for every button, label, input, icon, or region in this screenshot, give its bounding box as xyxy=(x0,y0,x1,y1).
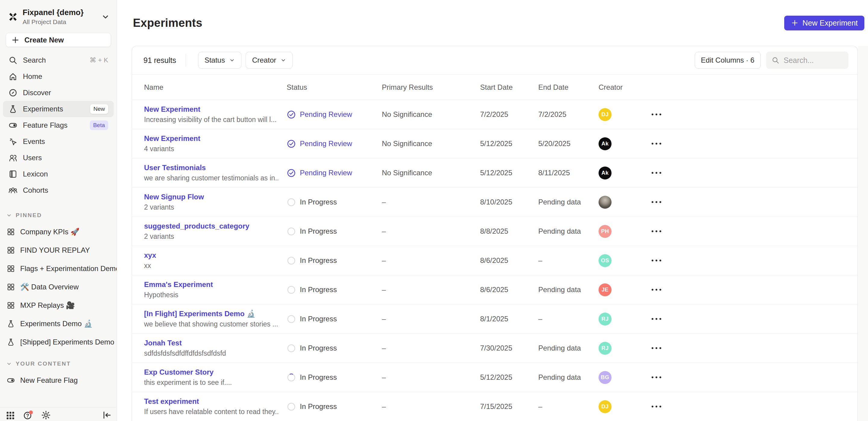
search-input[interactable] xyxy=(784,56,843,65)
experiment-link[interactable]: Test experiment xyxy=(144,397,278,406)
avatar[interactable]: DJ xyxy=(598,108,612,121)
sidebar-item-feature-flags[interactable]: Feature FlagsBeta xyxy=(3,117,114,133)
sidebar-item-experiments-demo[interactable]: Experiments Demo 🔬 xyxy=(0,314,117,333)
avatar[interactable]: BG xyxy=(598,371,612,384)
experiment-link[interactable]: xyx xyxy=(144,251,278,260)
avatar[interactable]: RJ xyxy=(598,313,612,326)
experiment-link[interactable]: User Testimonials xyxy=(144,164,278,172)
dot xyxy=(659,201,661,203)
avatar[interactable]: JE xyxy=(598,283,612,296)
sidebar-item-company-kpis[interactable]: Company KPIs 🚀 xyxy=(0,223,117,241)
row-menu-button[interactable] xyxy=(647,167,858,179)
experiment-description: 2 variants xyxy=(144,232,278,240)
board-icon xyxy=(7,228,15,236)
sidebar-item-experiments[interactable]: ExperimentsNew xyxy=(3,101,114,117)
section-header[interactable]: PINNED xyxy=(0,212,117,219)
experiment-link[interactable]: Jonah Test xyxy=(144,339,278,347)
start-date-cell: 7/15/2025 xyxy=(480,402,538,411)
avatar[interactable]: Ak xyxy=(598,166,612,180)
dot xyxy=(652,230,653,232)
sidebar-item-mxp-replays[interactable]: MXP Replays 🎥 xyxy=(0,296,117,314)
creator-cell: OS xyxy=(598,254,647,267)
dot xyxy=(652,143,653,144)
dot xyxy=(659,318,661,320)
end-date-cell: 8/11/2025 xyxy=(538,169,598,177)
dot xyxy=(652,347,653,349)
experiment-link[interactable]: Emma's Experiment xyxy=(144,280,278,289)
primary-results-cell: No Significance xyxy=(382,110,480,119)
board-icon xyxy=(7,301,15,310)
status-progress-icon xyxy=(287,198,296,207)
sidebar-item-flags-experimentation-demo[interactable]: Flags + Experimentation Demo 🎛️ xyxy=(0,259,117,278)
status-progress-icon xyxy=(287,314,296,324)
avatar[interactable]: RJ xyxy=(598,342,612,355)
sidebar-item-new-feature-flag[interactable]: New Feature Flag xyxy=(0,371,117,389)
experiment-link[interactable]: New Experiment xyxy=(144,134,278,143)
avatar[interactable]: Ak xyxy=(598,137,612,150)
start-date-cell: 8/8/2025 xyxy=(480,227,538,235)
end-date-cell: – xyxy=(538,315,598,323)
column-header-status: Status xyxy=(287,83,382,92)
row-menu-button[interactable] xyxy=(647,196,858,208)
sidebar-item-data-overview[interactable]: 🛠️ Data Overview xyxy=(0,278,117,296)
notification-dot xyxy=(29,411,33,414)
experiment-link[interactable]: New Signup Flow xyxy=(144,193,278,201)
experiment-description: this experiment is to see if.... xyxy=(144,379,278,387)
experiment-link[interactable]: Exp Customer Story xyxy=(144,368,278,377)
status-filter[interactable]: Status xyxy=(198,52,241,69)
sidebar-item-lexicon[interactable]: Lexicon xyxy=(3,166,114,182)
experiment-link[interactable]: suggested_products_category xyxy=(144,222,278,230)
experiment-description: we believe that showing customer stories… xyxy=(144,320,278,328)
avatar[interactable]: PH xyxy=(598,225,612,238)
status-label: In Progress xyxy=(300,344,337,352)
sidebar-item-events[interactable]: Events xyxy=(3,133,114,150)
status-label: In Progress xyxy=(300,402,337,411)
create-new-button[interactable]: Create New xyxy=(6,33,111,47)
row-menu-button[interactable] xyxy=(647,225,858,237)
creator-filter[interactable]: Creator xyxy=(246,52,293,69)
row-menu-button[interactable] xyxy=(647,342,858,354)
workspace-switcher[interactable]: Fixpanel {demo} All Project Data xyxy=(0,0,117,26)
table-header-row: NameStatusPrimary ResultsStart DateEnd D… xyxy=(132,74,858,100)
table-row: Emma's ExperimentHypothesisIn Progress–8… xyxy=(132,275,858,304)
section-header[interactable]: YOUR CONTENT xyxy=(0,360,117,367)
actions-cell xyxy=(647,342,858,354)
settings-gear-icon[interactable] xyxy=(41,410,51,420)
dot xyxy=(655,318,657,320)
status-label: In Progress xyxy=(300,373,337,382)
experiment-link[interactable]: New Experiment xyxy=(144,105,278,114)
help-icon[interactable]: ? xyxy=(23,410,33,420)
experiment-link[interactable]: [In Flight] Experiments Demo 🔬 xyxy=(144,310,278,318)
table-row: Exp Customer Storythis experiment is to … xyxy=(132,363,858,392)
actions-cell xyxy=(647,284,858,296)
row-menu-button[interactable] xyxy=(647,108,858,121)
status-label: In Progress xyxy=(300,198,337,206)
creator-cell: BG xyxy=(598,371,647,384)
sidebar-item-label: Flags + Experimentation Demo 🎛️ xyxy=(20,264,117,273)
end-date-cell: Pending data xyxy=(538,373,598,382)
avatar[interactable] xyxy=(598,196,612,209)
row-menu-button[interactable] xyxy=(647,313,858,325)
collapse-sidebar-icon[interactable] xyxy=(102,410,112,420)
sidebar-item-discover[interactable]: Discover xyxy=(3,85,114,101)
sidebar-section-your-content: YOUR CONTENTNew Feature Flag xyxy=(0,360,117,389)
name-cell: xyxxx xyxy=(144,251,287,270)
row-menu-button[interactable] xyxy=(647,138,858,150)
edit-columns-button[interactable]: Edit Columns · 6 xyxy=(695,52,761,69)
start-date-cell: 5/12/2025 xyxy=(480,139,538,148)
row-menu-button[interactable] xyxy=(647,284,858,296)
row-menu-button[interactable] xyxy=(647,371,858,383)
sidebar-item-home[interactable]: Home xyxy=(3,68,114,85)
avatar[interactable]: OS xyxy=(598,254,612,267)
new-experiment-button[interactable]: New Experiment xyxy=(784,15,864,30)
sidebar-item-search[interactable]: Search⌘ + K xyxy=(3,52,114,68)
row-menu-button[interactable] xyxy=(647,255,858,266)
sidebar-item-cohorts[interactable]: Cohorts xyxy=(3,182,114,198)
sidebar-item-shipped-experiments-demo[interactable]: [Shipped] Experiments Demo 🖊️ xyxy=(0,333,117,351)
avatar[interactable]: DJ xyxy=(598,400,612,413)
sidebar-item-users[interactable]: Users xyxy=(3,150,114,166)
sidebar-item-find-your-replay[interactable]: FIND YOUR REPLAY xyxy=(0,241,117,259)
row-menu-button[interactable] xyxy=(647,400,858,413)
apps-grid-icon[interactable] xyxy=(5,410,16,420)
table-row: New Signup Flow2 variantsIn Progress–8/1… xyxy=(132,187,858,217)
